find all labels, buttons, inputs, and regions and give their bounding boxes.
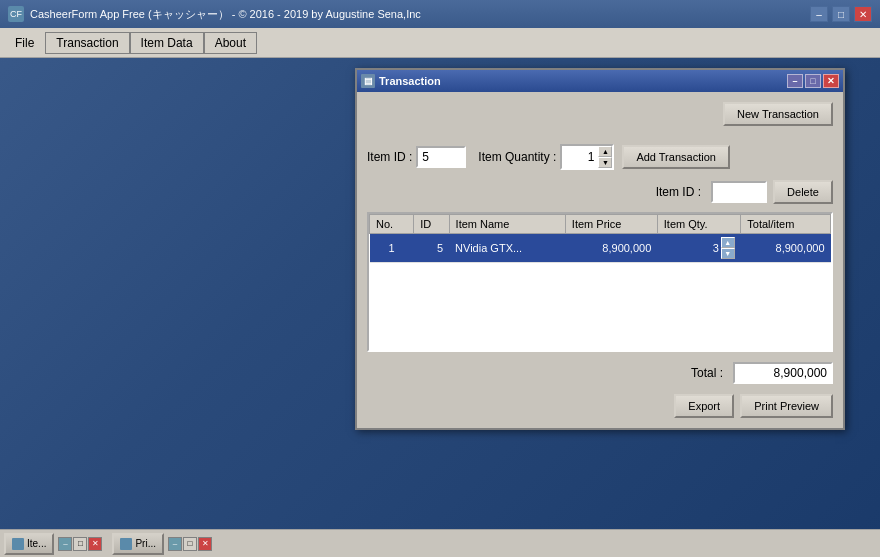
transaction-table-container: No. ID Item Name Item Price Item Qty. To… <box>367 212 833 352</box>
menu-item-data[interactable]: Item Data <box>130 32 204 54</box>
delete-item-id-label: Item ID : <box>656 185 701 199</box>
qty-value: 3 <box>713 242 719 254</box>
col-total-item: Total/item <box>741 215 831 234</box>
app-icon-label: CF <box>10 9 22 19</box>
taskbar-item-2-restore[interactable]: □ <box>183 537 197 551</box>
total-label: Total : <box>691 366 723 380</box>
item-form-row: Item ID : Item Quantity : ▲ ▼ Add Transa… <box>367 144 833 170</box>
new-transaction-button[interactable]: New Transaction <box>723 102 833 126</box>
title-bar-controls: – □ ✕ <box>810 6 872 22</box>
row-qty-spin-up[interactable]: ▲ <box>721 237 735 248</box>
cell-item-qty: 3 ▲ ▼ <box>657 234 741 263</box>
app-icon: CF <box>8 6 24 22</box>
app-title-bar: CF CasheerForm App Free (キャッシャー） - © 201… <box>0 0 880 28</box>
delete-row: Item ID : Delete <box>367 180 833 204</box>
taskbar-item-2-controls: – □ ✕ <box>168 537 212 551</box>
taskbar-item-1-controls: – □ ✕ <box>58 537 102 551</box>
cell-item-price: 8,900,000 <box>565 234 657 263</box>
col-item-qty: Item Qty. <box>657 215 741 234</box>
transaction-window: ▤ Transaction – □ ✕ New Transaction Item… <box>355 68 845 430</box>
maximize-button[interactable]: □ <box>832 6 850 22</box>
bottom-buttons-row: Export Print Preview <box>367 394 833 418</box>
item-id-input[interactable] <box>416 146 466 168</box>
col-item-price: Item Price <box>565 215 657 234</box>
cell-total-item: 8,900,000 <box>741 234 831 263</box>
taskbar-item-1-label: Ite... <box>27 538 46 549</box>
taskbar-item-1-restore[interactable]: □ <box>73 537 87 551</box>
window-title: Transaction <box>379 75 787 87</box>
table-body: 1 5 NVidia GTX... 8,900,000 3 ▲ ▼ <box>370 234 831 263</box>
col-no: No. <box>370 215 414 234</box>
window-icon: ▤ <box>361 74 375 88</box>
desktop: ▤ Transaction – □ ✕ New Transaction Item… <box>0 58 880 557</box>
window-close-button[interactable]: ✕ <box>823 74 839 88</box>
cell-id: 5 <box>414 234 449 263</box>
menu-about[interactable]: About <box>204 32 257 54</box>
window-controls: – □ ✕ <box>787 74 839 88</box>
window-title-bar: ▤ Transaction – □ ✕ <box>357 70 843 92</box>
quantity-spinner: ▲ ▼ <box>598 146 612 168</box>
export-button[interactable]: Export <box>674 394 734 418</box>
quantity-spin-down[interactable]: ▼ <box>598 157 612 168</box>
taskbar-item-2-label: Pri... <box>135 538 156 549</box>
menu-transaction[interactable]: Transaction <box>45 32 129 54</box>
col-item-name: Item Name <box>449 215 565 234</box>
taskbar-item-2[interactable]: Pri... <box>112 533 164 555</box>
delete-item-id-input[interactable] <box>711 181 767 203</box>
window-maximize-button[interactable]: □ <box>805 74 821 88</box>
transaction-table: No. ID Item Name Item Price Item Qty. To… <box>369 214 831 263</box>
taskbar-item-1[interactable]: Ite... <box>4 533 54 555</box>
taskbar-item-1-icon <box>12 538 24 550</box>
taskbar-item-2-icon <box>120 538 132 550</box>
minimize-button[interactable]: – <box>810 6 828 22</box>
delete-button[interactable]: Delete <box>773 180 833 204</box>
menu-file[interactable]: File <box>4 32 45 54</box>
app-title: CasheerForm App Free (キャッシャー） - © 2016 -… <box>30 7 810 22</box>
item-quantity-label: Item Quantity : <box>478 150 556 164</box>
row-qty-spinner: ▲ ▼ <box>721 237 735 259</box>
taskbar-item-2-close[interactable]: ✕ <box>198 537 212 551</box>
taskbar-item-1-close[interactable]: ✕ <box>88 537 102 551</box>
cell-no: 1 <box>370 234 414 263</box>
taskbar: Ite... – □ ✕ Pri... – □ ✕ <box>0 529 880 557</box>
quantity-spin-up[interactable]: ▲ <box>598 146 612 157</box>
cell-item-name: NVidia GTX... <box>449 234 565 263</box>
add-transaction-button[interactable]: Add Transaction <box>622 145 730 169</box>
taskbar-item-2-min[interactable]: – <box>168 537 182 551</box>
print-preview-button[interactable]: Print Preview <box>740 394 833 418</box>
table-header: No. ID Item Name Item Price Item Qty. To… <box>370 215 831 234</box>
total-value-input <box>733 362 833 384</box>
row-qty-spin-down[interactable]: ▼ <box>721 248 735 259</box>
total-row: Total : <box>367 362 833 384</box>
window-minimize-button[interactable]: – <box>787 74 803 88</box>
table-row[interactable]: 1 5 NVidia GTX... 8,900,000 3 ▲ ▼ <box>370 234 831 263</box>
window-body: New Transaction Item ID : Item Quantity … <box>357 92 843 428</box>
top-row: New Transaction <box>367 102 833 126</box>
item-id-label: Item ID : <box>367 150 412 164</box>
taskbar-item-1-min[interactable]: – <box>58 537 72 551</box>
close-button[interactable]: ✕ <box>854 6 872 22</box>
menu-bar: File Transaction Item Data About <box>0 28 880 58</box>
col-id: ID <box>414 215 449 234</box>
item-quantity-input[interactable] <box>562 146 598 168</box>
